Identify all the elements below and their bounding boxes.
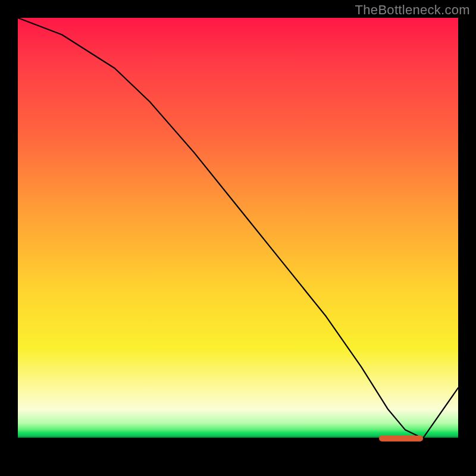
watermark-text: TheBottleneck.com xyxy=(355,2,470,18)
bottleneck-curve-line xyxy=(18,18,458,439)
chart-canvas: TheBottleneck.com xyxy=(0,0,476,476)
plot-area xyxy=(18,18,458,458)
optimal-range-marker xyxy=(379,436,423,441)
line-chart-layer xyxy=(18,18,458,458)
